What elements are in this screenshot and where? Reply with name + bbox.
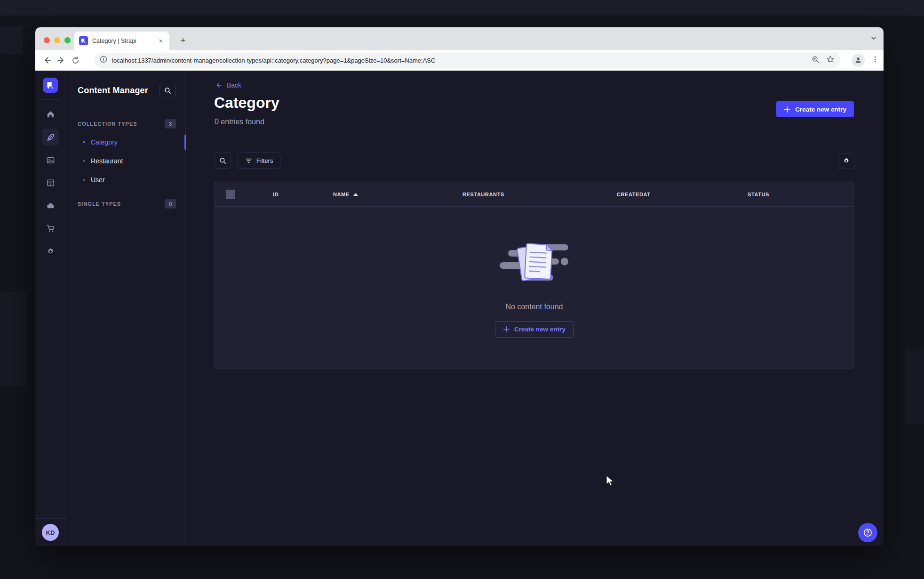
back-label: Back xyxy=(227,81,241,89)
desktop-background-shape xyxy=(0,26,23,54)
sidebar-divider xyxy=(78,107,89,107)
nav-divider xyxy=(40,99,61,100)
table-search-button[interactable] xyxy=(215,153,231,169)
collection-types-label: COLLECTION TYPES xyxy=(78,121,137,127)
list-toolbar: Filters xyxy=(214,153,854,169)
sidebar-item-category[interactable]: Category xyxy=(65,133,185,152)
strapi-admin: KD Content Manager COLLECTION TYPES 3 xyxy=(35,71,884,546)
single-types-label: SINGLE TYPES xyxy=(78,201,121,207)
sidebar-item-label: Restaurant xyxy=(91,157,123,165)
bullet-icon xyxy=(83,141,85,143)
table-header-row: ID NAME RESTAURANTS CREATEDAT STATUS xyxy=(215,182,854,207)
tab-title: Category | Strapi xyxy=(92,38,152,44)
browser-profile-button[interactable] xyxy=(852,54,865,67)
empty-state: No content found Create new entry xyxy=(215,207,854,369)
minimize-window-button[interactable] xyxy=(54,37,60,43)
main-content: Back Category 0 entries found Create new… xyxy=(186,71,884,546)
sidebar-search-button[interactable] xyxy=(159,83,176,98)
tab-search-chevron-icon[interactable] xyxy=(870,35,877,43)
create-entry-label: Create new entry xyxy=(795,106,846,113)
desktop-background-shape xyxy=(0,292,27,386)
help-button[interactable] xyxy=(858,523,877,542)
bullet-icon xyxy=(83,160,85,162)
nav-media-library-icon[interactable] xyxy=(42,152,59,169)
desktop: Category | Strapi × + local xyxy=(0,0,924,579)
nav-marketplace-icon[interactable] xyxy=(42,220,59,237)
column-header-createdat[interactable]: CREATEDAT xyxy=(617,192,748,197)
main-nav-rail: KD xyxy=(35,71,65,546)
nav-content-type-builder-icon[interactable] xyxy=(42,174,59,191)
site-info-icon[interactable] xyxy=(100,56,107,65)
nav-settings-icon[interactable] xyxy=(42,243,59,260)
desktop-background-shape xyxy=(905,348,924,424)
nav-cloud-icon[interactable] xyxy=(42,197,59,214)
sidebar-item-label: Category xyxy=(91,138,118,146)
browser-tab[interactable]: Category | Strapi × xyxy=(74,32,169,50)
nav-content-manager-icon[interactable] xyxy=(42,129,59,145)
strapi-favicon-icon xyxy=(79,36,88,45)
maximize-window-button[interactable] xyxy=(64,37,71,43)
entries-count: 0 entries found xyxy=(215,118,264,126)
sort-ascending-icon xyxy=(353,193,358,196)
empty-message: No content found xyxy=(506,303,563,311)
empty-documents-illustration xyxy=(497,239,572,286)
column-header-restaurants[interactable]: RESTAURANTS xyxy=(462,192,617,197)
browser-toolbar: localhost:1337/admin/content-manager/col… xyxy=(35,50,884,71)
new-tab-button[interactable]: + xyxy=(176,34,190,47)
address-bar[interactable]: localhost:1337/admin/content-manager/col… xyxy=(94,53,840,68)
filters-button[interactable]: Filters xyxy=(238,153,280,169)
desktop-menubar xyxy=(0,0,924,16)
browser-window: Category | Strapi × + local xyxy=(35,27,884,546)
single-types-count-badge: 0 xyxy=(165,199,176,209)
window-controls xyxy=(44,37,71,43)
bookmark-star-icon[interactable] xyxy=(826,55,835,65)
empty-create-entry-label: Create new entry xyxy=(514,326,566,333)
browser-back-button[interactable] xyxy=(40,53,54,67)
sidebar-item-restaurant[interactable]: Restaurant xyxy=(65,152,185,170)
browser-tab-strip: Category | Strapi × + xyxy=(35,27,884,50)
browser-forward-button[interactable] xyxy=(54,53,68,67)
url-text[interactable]: localhost:1337/admin/content-manager/col… xyxy=(112,57,807,64)
browser-reload-button[interactable] xyxy=(68,53,82,67)
view-settings-button[interactable] xyxy=(838,153,854,169)
bullet-icon xyxy=(83,179,85,181)
column-header-status[interactable]: STATUS xyxy=(748,192,854,197)
strapi-logo[interactable] xyxy=(43,78,58,93)
collection-types-count-badge: 3 xyxy=(165,119,176,129)
column-header-id[interactable]: ID xyxy=(273,192,333,197)
create-entry-button[interactable]: Create new entry xyxy=(776,101,854,117)
page-zoom-icon[interactable] xyxy=(812,56,820,65)
sidebar-item-label: User xyxy=(91,176,105,184)
browser-menu-icon[interactable] xyxy=(871,56,879,65)
empty-create-entry-button[interactable]: Create new entry xyxy=(495,322,574,338)
content-manager-sidebar: Content Manager COLLECTION TYPES 3 Cat xyxy=(65,71,186,546)
select-all-checkbox[interactable] xyxy=(226,190,235,199)
filters-label: Filters xyxy=(256,157,273,164)
close-window-button[interactable] xyxy=(44,37,50,43)
nav-divider xyxy=(35,518,65,519)
nav-home-icon[interactable] xyxy=(42,105,59,122)
column-header-name[interactable]: NAME xyxy=(333,192,462,197)
page-title: Category xyxy=(214,94,279,112)
sidebar-title: Content Manager xyxy=(78,86,148,96)
tab-close-icon[interactable]: × xyxy=(157,37,165,45)
sidebar-item-user[interactable]: User xyxy=(65,170,185,189)
filter-icon xyxy=(245,158,252,164)
entries-table-card: ID NAME RESTAURANTS CREATEDAT STATUS xyxy=(214,182,854,369)
user-avatar[interactable]: KD xyxy=(42,524,59,541)
back-link[interactable]: Back xyxy=(215,81,241,89)
